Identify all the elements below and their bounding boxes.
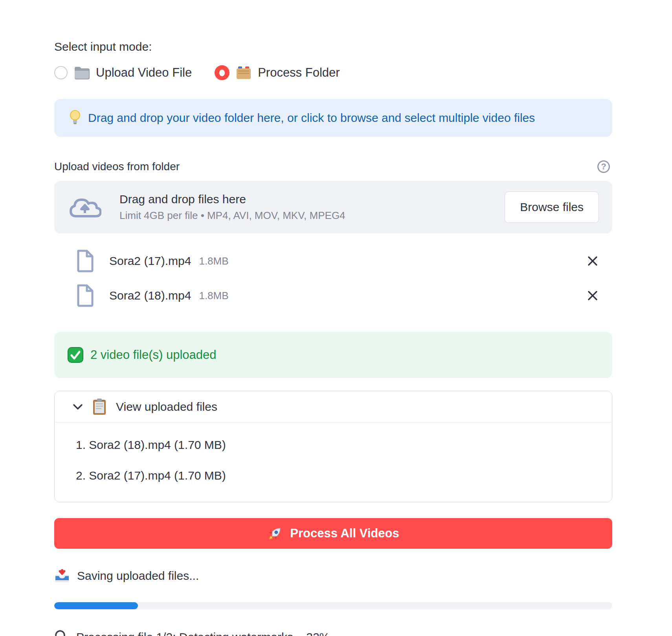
- radio-label: Upload Video File: [96, 66, 192, 80]
- inbox-tray-icon: [54, 568, 70, 583]
- success-banner-text: 2 video file(s) uploaded: [90, 348, 217, 362]
- lightbulb-icon: [69, 110, 81, 126]
- uploaded-file-item: 1. Sora2 (18).mp4 (1.70 MB): [76, 438, 595, 452]
- saving-status-text: Saving uploaded files...: [77, 569, 199, 583]
- uploader-label: Upload videos from folder: [54, 160, 180, 173]
- remove-file-icon[interactable]: [586, 289, 599, 302]
- input-mode-radiogroup: Upload Video File Process Folder: [54, 65, 612, 80]
- radio-unselected-icon[interactable]: [54, 66, 68, 79]
- expander-header[interactable]: View uploaded files: [55, 391, 612, 423]
- process-all-videos-button[interactable]: Process All Videos: [54, 518, 612, 549]
- radio-label: Process Folder: [258, 66, 340, 80]
- radio-upload-video-file[interactable]: Upload Video File: [54, 66, 192, 80]
- uploaded-file-list: Sora2 (17).mp4 1.8MB Sora2 (18).mp4 1.8M…: [54, 244, 612, 313]
- dropzone-title: Drag and drop files here: [119, 193, 345, 206]
- magnifying-glass-icon: [54, 630, 69, 636]
- chevron-down-icon: [73, 404, 83, 410]
- processing-status-text: Processing file 1/2: Detecting watermark…: [76, 630, 330, 636]
- dropzone-texts: Drag and drop files here Limit 4GB per f…: [119, 193, 345, 222]
- progress-fill: [54, 602, 138, 609]
- uploaded-file-item: 2. Sora2 (17).mp4 (1.70 MB): [76, 469, 595, 482]
- expander-title: View uploaded files: [116, 400, 217, 414]
- success-banner: 2 video file(s) uploaded: [54, 332, 612, 378]
- file-size: 1.8MB: [199, 290, 228, 302]
- info-banner: Drag and drop your video folder here, or…: [54, 99, 612, 137]
- file-row: Sora2 (17).mp4 1.8MB: [54, 244, 612, 278]
- file-icon: [76, 284, 94, 307]
- cloud-upload-icon: [68, 195, 101, 219]
- remove-file-icon[interactable]: [586, 255, 599, 267]
- radio-process-folder[interactable]: Process Folder: [215, 65, 340, 80]
- progress-bar: [54, 602, 612, 609]
- check-icon: [68, 347, 83, 363]
- radio-selected-icon[interactable]: [215, 65, 230, 80]
- file-dropzone[interactable]: Drag and drop files here Limit 4GB per f…: [54, 181, 612, 233]
- help-icon[interactable]: ?: [597, 160, 610, 173]
- file-icon: [76, 250, 94, 272]
- file-name: Sora2 (17).mp4: [109, 254, 191, 268]
- saving-status-row: Saving uploaded files...: [54, 568, 612, 583]
- dropzone-hint: Limit 4GB per file • MP4, AVI, MOV, MKV,…: [119, 210, 345, 222]
- info-banner-text: Drag and drop your video folder here, or…: [88, 111, 535, 125]
- file-row: Sora2 (18).mp4 1.8MB: [54, 278, 612, 313]
- folder-icon: [74, 66, 90, 79]
- browse-files-button[interactable]: Browse files: [505, 191, 599, 223]
- main-content: Select input mode: Upload Video File: [0, 0, 672, 636]
- expander-body: 1. Sora2 (18).mp4 (1.70 MB) 2. Sora2 (17…: [55, 423, 612, 502]
- input-mode-label: Select input mode:: [54, 40, 612, 53]
- file-name: Sora2 (18).mp4: [109, 289, 191, 302]
- uploaded-files-expander: View uploaded files 1. Sora2 (18).mp4 (1…: [54, 391, 612, 502]
- uploader-label-row: Upload videos from folder ?: [54, 160, 612, 173]
- file-size: 1.8MB: [199, 255, 228, 267]
- card-index-icon: [236, 66, 252, 80]
- clipboard-icon: [92, 398, 106, 415]
- process-button-label: Process All Videos: [290, 526, 399, 540]
- rocket-icon: [267, 526, 283, 541]
- processing-status-row: Processing file 1/2: Detecting watermark…: [54, 630, 612, 636]
